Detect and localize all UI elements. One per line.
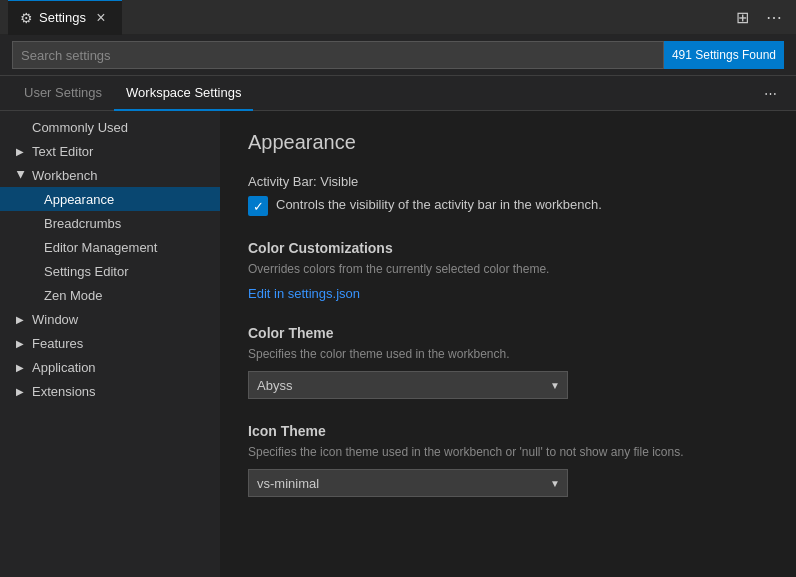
sidebar-item-label: Workbench xyxy=(32,168,98,183)
arrow-icon: ▶ xyxy=(16,170,27,180)
settings-tab-icon: ⚙ xyxy=(20,10,33,26)
arrow-icon: ▶ xyxy=(16,146,26,157)
sidebar-item-label: Window xyxy=(32,312,78,327)
sidebar-item-zen-mode[interactable]: Zen Mode xyxy=(0,283,220,307)
settings-tab-label: Settings xyxy=(39,10,86,25)
checkmark-icon: ✓ xyxy=(253,199,264,214)
setting-color-theme: Color ThemeSpecifies the color theme use… xyxy=(248,325,768,399)
setting-description: Overrides colors from the currently sele… xyxy=(248,260,768,278)
setting-section: Color CustomizationsOverrides colors fro… xyxy=(248,240,768,301)
select-wrapper: AbyssDefault Dark+Default Light+High Con… xyxy=(248,371,568,399)
title-bar: ⚙ Settings × ⊞ ⋯ xyxy=(0,0,796,35)
setting-color-customizations: Color CustomizationsOverrides colors fro… xyxy=(248,240,768,301)
arrow-icon: ▶ xyxy=(16,314,26,325)
edit-settings-json-link[interactable]: Edit in settings.json xyxy=(248,286,360,301)
settings-tab-close-button[interactable]: × xyxy=(92,9,110,27)
checkbox-row: ✓Controls the visibility of the activity… xyxy=(248,195,768,216)
sidebar-item-appearance[interactable]: Appearance xyxy=(0,187,220,211)
content-area: AppearanceActivity Bar: Visible✓Controls… xyxy=(220,111,796,577)
sidebar-item-extensions[interactable]: ▶Extensions xyxy=(0,379,220,403)
arrow-icon: ▶ xyxy=(16,386,26,397)
title-bar-actions: ⊞ ⋯ xyxy=(728,3,788,31)
main-layout: Commonly Used▶Text Editor▶WorkbenchAppea… xyxy=(0,111,796,577)
sidebar-item-label: Zen Mode xyxy=(44,288,103,303)
setting-description: Specifies the icon theme used in the wor… xyxy=(248,443,768,461)
settings-tabs: User Settings Workspace Settings ⋯ xyxy=(0,76,796,111)
sidebar-item-settings-editor[interactable]: Settings Editor xyxy=(0,259,220,283)
sidebar-item-label: Breadcrumbs xyxy=(44,216,121,231)
sidebar-item-label: Extensions xyxy=(32,384,96,399)
setting-title: Icon Theme xyxy=(248,423,768,439)
sidebar-item-editor-management[interactable]: Editor Management xyxy=(0,235,220,259)
sidebar-item-workbench[interactable]: ▶Workbench xyxy=(0,163,220,187)
select-color-theme[interactable]: AbyssDefault Dark+Default Light+High Con… xyxy=(248,371,568,399)
select-wrapper: vs-minimalNoneSeti (Visual Studio Code)v… xyxy=(248,469,568,497)
sidebar-item-label: Editor Management xyxy=(44,240,157,255)
sidebar-item-application[interactable]: ▶Application xyxy=(0,355,220,379)
sidebar-item-commonly-used[interactable]: Commonly Used xyxy=(0,115,220,139)
sidebar-item-window[interactable]: ▶Window xyxy=(0,307,220,331)
select-icon-theme[interactable]: vs-minimalNoneSeti (Visual Studio Code)v… xyxy=(248,469,568,497)
sidebar-item-label: Application xyxy=(32,360,96,375)
arrow-icon: ▶ xyxy=(16,338,26,349)
setting-title: Color Theme xyxy=(248,325,768,341)
setting-icon-theme: Icon ThemeSpecifies the icon theme used … xyxy=(248,423,768,497)
search-input[interactable] xyxy=(12,41,664,69)
setting-description: Specifies the color theme used in the wo… xyxy=(248,345,768,363)
checkbox-activity-bar-visible[interactable]: ✓ xyxy=(248,196,268,216)
search-results-badge: 491 Settings Found xyxy=(664,41,784,69)
tab-workspace-settings[interactable]: Workspace Settings xyxy=(114,76,253,111)
sidebar: Commonly Used▶Text Editor▶WorkbenchAppea… xyxy=(0,111,220,577)
setting-activity-bar-visible: Activity Bar: Visible✓Controls the visib… xyxy=(248,174,768,216)
setting-label: Activity Bar: Visible xyxy=(248,174,768,189)
sidebar-item-text-editor[interactable]: ▶Text Editor xyxy=(0,139,220,163)
setting-description: Controls the visibility of the activity … xyxy=(276,195,602,215)
more-actions-button[interactable]: ⋯ xyxy=(760,3,788,31)
sidebar-item-label: Commonly Used xyxy=(32,120,128,135)
section-title: Appearance xyxy=(248,131,768,154)
sidebar-item-breadcrumbs[interactable]: Breadcrumbs xyxy=(0,211,220,235)
sidebar-item-label: Features xyxy=(32,336,83,351)
sidebar-item-label: Appearance xyxy=(44,192,114,207)
search-bar: 491 Settings Found xyxy=(0,35,796,76)
settings-tab-title[interactable]: ⚙ Settings × xyxy=(8,0,122,35)
sidebar-item-label: Text Editor xyxy=(32,144,93,159)
layout-button[interactable]: ⊞ xyxy=(728,3,756,31)
setting-section-title: Color Customizations xyxy=(248,240,768,256)
sidebar-item-label: Settings Editor xyxy=(44,264,129,279)
sidebar-item-features[interactable]: ▶Features xyxy=(0,331,220,355)
arrow-icon: ▶ xyxy=(16,362,26,373)
tabs-more-button[interactable]: ⋯ xyxy=(756,79,784,107)
tab-user-settings[interactable]: User Settings xyxy=(12,76,114,111)
